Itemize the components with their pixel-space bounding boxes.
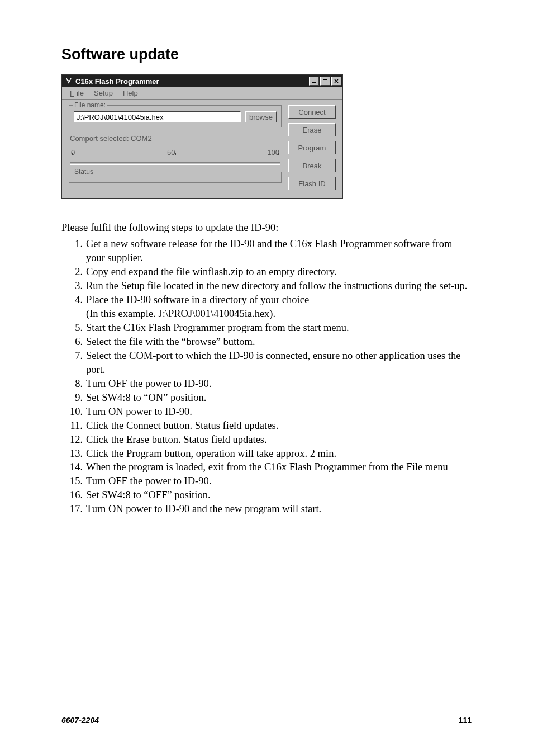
step-text: Turn ON power to ID-90. bbox=[83, 405, 192, 419]
step-item: 2.Copy end expand the file winflash.zip … bbox=[61, 265, 472, 279]
window-title: C16x Flash Programmer bbox=[75, 77, 309, 86]
svg-rect-0 bbox=[312, 82, 316, 83]
step-number: 2. bbox=[61, 265, 83, 279]
svg-rect-2 bbox=[323, 79, 327, 80]
body-text: Please fulfil the following steps to upd… bbox=[61, 221, 472, 516]
step-number: 15. bbox=[61, 474, 83, 488]
slider-max: 100 bbox=[267, 148, 279, 157]
connect-button[interactable]: Connect bbox=[288, 105, 336, 119]
step-item: 17.Turn ON power to ID-90 and the new pr… bbox=[61, 502, 472, 516]
step-item: 6.Select the file with the “browse” butt… bbox=[61, 335, 472, 349]
programmer-window: C16x Flash Programmer File Setup Help Fi… bbox=[61, 74, 343, 199]
step-text: Click the Connect button. Status field u… bbox=[83, 419, 278, 433]
browse-button[interactable]: browse bbox=[245, 111, 277, 122]
step-number: 17. bbox=[61, 502, 83, 516]
step-text: Select the file with the “browse” buttom… bbox=[83, 335, 255, 349]
step-text: Start the C16x Flash Programmer program … bbox=[83, 321, 349, 335]
close-button[interactable] bbox=[331, 77, 341, 86]
step-item: 15.Turn OFF the power to ID-90. bbox=[61, 474, 472, 488]
break-button[interactable]: Break bbox=[288, 159, 336, 172]
steps-list: 1.Get a new software release for the ID-… bbox=[61, 237, 472, 516]
comport-label: Comport selected: COM2 bbox=[70, 134, 280, 143]
progress-slider: 0 50 100 bbox=[70, 148, 280, 165]
step-text: Place the ID-90 software in a directory … bbox=[83, 293, 309, 321]
step-text: Set SW4:8 to “OFF” position. bbox=[83, 488, 211, 502]
step-number: 11. bbox=[61, 419, 83, 433]
doc-id: 6607-2204 bbox=[61, 716, 99, 725]
step-number: 5. bbox=[61, 321, 83, 335]
filename-label: File name: bbox=[73, 101, 107, 109]
page-number: 111 bbox=[459, 716, 472, 725]
step-number: 1. bbox=[61, 237, 83, 265]
step-number: 10. bbox=[61, 405, 83, 419]
maximize-button[interactable] bbox=[320, 77, 330, 86]
step-number: 6. bbox=[61, 335, 83, 349]
step-item: 8.Turn OFF the power to ID-90. bbox=[61, 377, 472, 391]
step-item: 14.When the program is loaded, exit from… bbox=[61, 460, 472, 474]
titlebar: C16x Flash Programmer bbox=[62, 75, 342, 87]
page-footer: 6607-2204 111 bbox=[61, 716, 472, 725]
step-number: 16. bbox=[61, 488, 83, 502]
step-item: 13.Click the Program button, operation w… bbox=[61, 447, 472, 461]
step-item: 12.Click the Erase button. Status field … bbox=[61, 433, 472, 447]
step-text: When the program is loaded, exit from th… bbox=[83, 460, 448, 474]
menu-help[interactable]: Help bbox=[121, 88, 140, 98]
erase-button[interactable]: Erase bbox=[288, 123, 336, 136]
menu-bar: File Setup Help bbox=[62, 87, 342, 100]
step-text: Turn OFF the power to ID-90. bbox=[83, 474, 211, 488]
step-number: 9. bbox=[61, 391, 83, 405]
page-heading: Software update bbox=[61, 46, 472, 63]
step-item: 7.Select the COM-port to which the ID-90… bbox=[61, 349, 472, 377]
step-number: 7. bbox=[61, 349, 83, 377]
menu-file[interactable]: File bbox=[65, 88, 86, 98]
step-item: 4.Place the ID-90 software in a director… bbox=[61, 293, 472, 321]
filename-input[interactable]: J:\PROJ\001\410045ia.hex bbox=[74, 111, 241, 122]
filename-group: File name: J:\PROJ\001\410045ia.hex brow… bbox=[69, 105, 282, 127]
step-item: 3.Run the Setup file located in the new … bbox=[61, 279, 472, 293]
status-group: Status bbox=[69, 172, 282, 183]
step-text: Get a new software release for the ID-90… bbox=[83, 237, 472, 265]
step-text: Turn ON power to ID-90 and the new progr… bbox=[83, 502, 321, 516]
app-icon bbox=[64, 77, 73, 86]
step-item: 1.Get a new software release for the ID-… bbox=[61, 237, 472, 265]
minimize-button[interactable] bbox=[309, 77, 319, 86]
step-text: Copy end expand the file winflash.zip to… bbox=[83, 265, 336, 279]
status-label: Status bbox=[73, 168, 95, 176]
step-number: 13. bbox=[61, 447, 83, 461]
flashid-button[interactable]: Flash ID bbox=[288, 177, 336, 190]
intro-text: Please fulfil the following steps to upd… bbox=[61, 221, 472, 235]
step-number: 14. bbox=[61, 460, 83, 474]
menu-setup[interactable]: Setup bbox=[92, 88, 115, 98]
step-text: Run the Setup file located in the new di… bbox=[83, 279, 467, 293]
step-number: 8. bbox=[61, 377, 83, 391]
step-text: Turn OFF the power to ID-90. bbox=[83, 377, 211, 391]
step-number: 3. bbox=[61, 279, 83, 293]
step-item: 5.Start the C16x Flash Programmer progra… bbox=[61, 321, 472, 335]
step-text: Click the Program button, operation will… bbox=[83, 447, 336, 461]
slider-mid: 50 bbox=[167, 148, 175, 157]
step-item: 9.Set SW4:8 to “ON” position. bbox=[61, 391, 472, 405]
step-item: 11.Click the Connect button. Status fiel… bbox=[61, 419, 472, 433]
step-number: 4. bbox=[61, 293, 83, 321]
step-number: 12. bbox=[61, 433, 83, 447]
step-item: 16.Set SW4:8 to “OFF” position. bbox=[61, 488, 472, 502]
step-item: 10.Turn ON power to ID-90. bbox=[61, 405, 472, 419]
step-text: Click the Erase button. Status field upd… bbox=[83, 433, 267, 447]
step-text: Select the COM-port to which the ID-90 i… bbox=[83, 349, 472, 377]
program-button[interactable]: Program bbox=[288, 141, 336, 154]
step-text: Set SW4:8 to “ON” position. bbox=[83, 391, 206, 405]
